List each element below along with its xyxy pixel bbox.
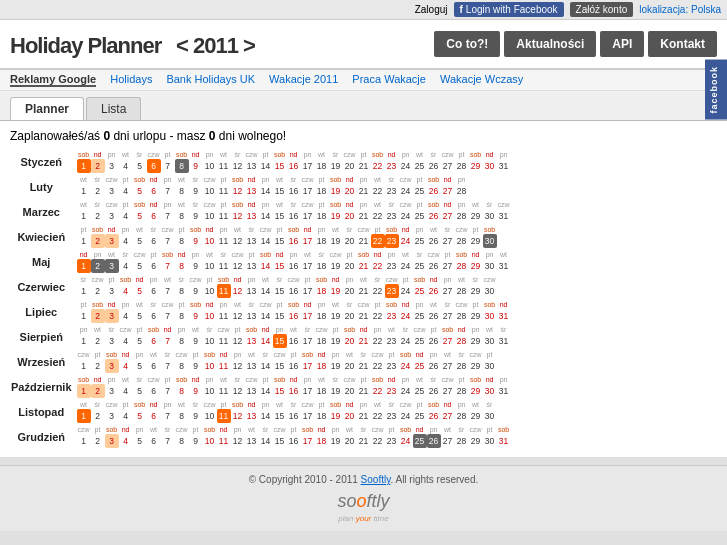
day-cell[interactable]: 17 — [301, 259, 315, 273]
day-cell[interactable]: 30 — [483, 309, 497, 323]
day-cell[interactable]: 28 — [455, 434, 469, 448]
day-cell[interactable]: 5 — [133, 409, 147, 423]
day-cell[interactable]: 15 — [273, 434, 287, 448]
day-cell[interactable]: 28 — [455, 259, 469, 273]
day-cell[interactable]: 22 — [371, 384, 385, 398]
day-cell[interactable]: 7 — [161, 334, 175, 348]
day-cell[interactable]: 28 — [455, 409, 469, 423]
day-cell[interactable]: 14 — [259, 159, 273, 173]
day-cell[interactable]: 1 — [77, 259, 91, 273]
day-cell[interactable]: 19 — [329, 334, 343, 348]
day-cell[interactable]: 9 — [189, 359, 203, 373]
day-cell[interactable]: 26 — [427, 284, 441, 298]
day-cell[interactable]: 27 — [441, 209, 455, 223]
day-cell[interactable]: 18 — [315, 209, 329, 223]
day-cell[interactable]: 27 — [441, 309, 455, 323]
day-cell[interactable]: 5 — [133, 209, 147, 223]
day-cell[interactable]: 17 — [301, 184, 315, 198]
day-cell[interactable]: 17 — [301, 309, 315, 323]
day-cell[interactable]: 26 — [427, 384, 441, 398]
day-cell[interactable]: 17 — [301, 209, 315, 223]
day-cell[interactable]: 18 — [315, 434, 329, 448]
day-cell[interactable]: 18 — [315, 409, 329, 423]
day-cell[interactable]: 31 — [497, 159, 511, 173]
day-cell[interactable]: 3 — [105, 309, 119, 323]
day-cell[interactable]: 28 — [455, 334, 469, 348]
subnav-bank-holidays[interactable]: Bank Holidays UK — [166, 73, 255, 87]
day-cell[interactable]: 26 — [427, 334, 441, 348]
day-cell[interactable]: 30 — [483, 209, 497, 223]
day-cell[interactable]: 3 — [105, 384, 119, 398]
day-cell[interactable]: 22 — [371, 209, 385, 223]
day-cell[interactable]: 6 — [147, 434, 161, 448]
day-cell[interactable]: 2 — [91, 309, 105, 323]
day-cell[interactable]: 7 — [161, 309, 175, 323]
day-cell[interactable]: 20 — [343, 184, 357, 198]
nav-btn-api[interactable]: API — [600, 31, 644, 57]
day-cell[interactable]: 1 — [77, 184, 91, 198]
day-cell[interactable]: 28 — [455, 184, 469, 198]
day-cell[interactable]: 18 — [315, 334, 329, 348]
day-cell[interactable]: 5 — [133, 359, 147, 373]
day-cell[interactable]: 30 — [483, 334, 497, 348]
day-cell[interactable]: 27 — [441, 259, 455, 273]
day-cell[interactable]: 29 — [469, 259, 483, 273]
day-cell[interactable]: 23 — [385, 234, 399, 248]
day-cell[interactable]: 4 — [119, 209, 133, 223]
day-cell[interactable]: 24 — [399, 334, 413, 348]
day-cell[interactable]: 27 — [441, 359, 455, 373]
day-cell[interactable]: 5 — [133, 434, 147, 448]
day-cell[interactable]: 8 — [175, 384, 189, 398]
day-cell[interactable]: 14 — [259, 359, 273, 373]
day-cell[interactable]: 11 — [217, 234, 231, 248]
day-cell[interactable]: 29 — [469, 384, 483, 398]
day-cell[interactable]: 9 — [189, 259, 203, 273]
day-cell[interactable]: 21 — [357, 284, 371, 298]
day-cell[interactable]: 16 — [287, 334, 301, 348]
day-cell[interactable]: 25 — [413, 209, 427, 223]
fb-login-button[interactable]: f Login with Facebook — [454, 2, 564, 17]
day-cell[interactable]: 10 — [203, 259, 217, 273]
day-cell[interactable]: 7 — [161, 184, 175, 198]
day-cell[interactable]: 17 — [301, 334, 315, 348]
day-cell[interactable]: 22 — [371, 409, 385, 423]
day-cell[interactable]: 30 — [483, 284, 497, 298]
day-cell[interactable]: 12 — [231, 409, 245, 423]
day-cell[interactable]: 21 — [357, 184, 371, 198]
day-cell[interactable]: 22 — [371, 359, 385, 373]
day-cell[interactable]: 23 — [385, 334, 399, 348]
day-cell[interactable]: 5 — [133, 259, 147, 273]
day-cell[interactable]: 12 — [231, 159, 245, 173]
day-cell[interactable]: 24 — [399, 159, 413, 173]
day-cell[interactable]: 26 — [427, 309, 441, 323]
subnav-wczasy[interactable]: Wakacje Wczasy — [440, 73, 523, 87]
day-cell[interactable]: 14 — [259, 184, 273, 198]
day-cell[interactable]: 19 — [329, 359, 343, 373]
day-cell[interactable]: 1 — [77, 409, 91, 423]
day-cell[interactable]: 25 — [413, 159, 427, 173]
day-cell[interactable]: 15 — [273, 159, 287, 173]
day-cell[interactable]: 19 — [329, 409, 343, 423]
day-cell[interactable]: 27 — [441, 284, 455, 298]
day-cell[interactable]: 12 — [231, 184, 245, 198]
day-cell[interactable]: 23 — [385, 309, 399, 323]
day-cell[interactable]: 8 — [175, 234, 189, 248]
tab-lista[interactable]: Lista — [86, 97, 141, 120]
day-cell[interactable]: 20 — [343, 234, 357, 248]
day-cell[interactable]: 7 — [161, 284, 175, 298]
day-cell[interactable]: 21 — [357, 309, 371, 323]
day-cell[interactable]: 8 — [175, 309, 189, 323]
day-cell[interactable]: 1 — [77, 384, 91, 398]
day-cell[interactable]: 11 — [217, 209, 231, 223]
day-cell[interactable]: 19 — [329, 234, 343, 248]
day-cell[interactable]: 2 — [91, 334, 105, 348]
day-cell[interactable]: 14 — [259, 209, 273, 223]
day-cell[interactable]: 25 — [413, 434, 427, 448]
day-cell[interactable]: 26 — [427, 234, 441, 248]
day-cell[interactable]: 4 — [119, 284, 133, 298]
day-cell[interactable]: 11 — [217, 359, 231, 373]
day-cell[interactable]: 7 — [161, 234, 175, 248]
day-cell[interactable]: 16 — [287, 384, 301, 398]
day-cell[interactable]: 6 — [147, 359, 161, 373]
day-cell[interactable]: 21 — [357, 259, 371, 273]
